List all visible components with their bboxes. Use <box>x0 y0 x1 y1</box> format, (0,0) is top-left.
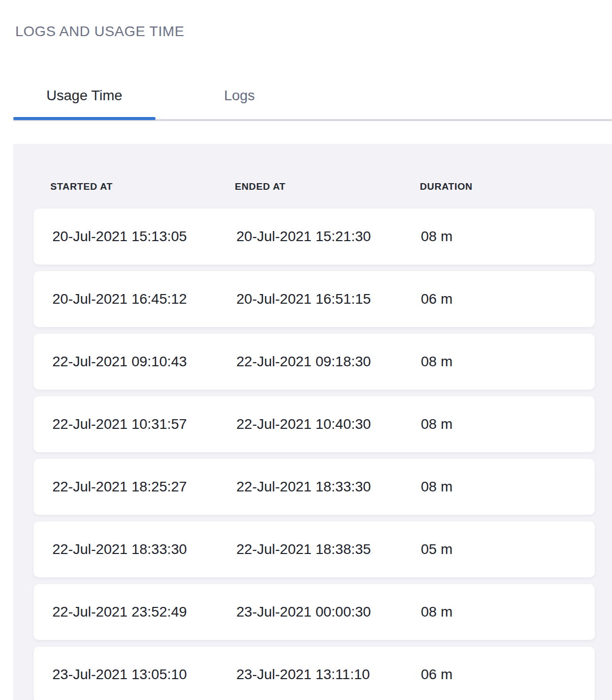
table-row: 22-Jul-2021 10:31:57 22-Jul-2021 10:40:3… <box>34 396 595 452</box>
column-header-started-at: STARTED AT <box>50 181 235 192</box>
row-started-at: 22-Jul-2021 10:31:57 <box>52 416 236 432</box>
column-header-ended-at: ENDED AT <box>235 181 420 192</box>
table-row: 20-Jul-2021 16:45:12 20-Jul-2021 16:51:1… <box>34 271 595 327</box>
row-duration: 08 m <box>421 354 595 370</box>
row-ended-at: 22-Jul-2021 10:40:30 <box>236 416 421 432</box>
table-row: 22-Jul-2021 18:33:30 22-Jul-2021 18:38:3… <box>34 521 595 577</box>
row-started-at: 22-Jul-2021 18:25:27 <box>52 479 236 495</box>
tab-usage-time[interactable]: Usage Time <box>13 84 156 107</box>
row-duration: 06 m <box>421 291 595 307</box>
row-duration: 05 m <box>421 541 595 558</box>
active-tab-indicator <box>13 117 156 120</box>
page-title: LOGS AND USAGE TIME <box>15 23 185 40</box>
tab-logs-label: Logs <box>224 88 255 103</box>
row-duration: 08 m <box>421 604 595 620</box>
row-ended-at: 23-Jul-2021 00:00:30 <box>236 604 421 620</box>
usage-time-list: 20-Jul-2021 15:13:05 20-Jul-2021 15:21:3… <box>34 209 595 700</box>
row-duration: 08 m <box>421 416 595 432</box>
table-row: 23-Jul-2021 13:05:10 23-Jul-2021 13:11:1… <box>34 647 595 700</box>
row-started-at: 22-Jul-2021 18:33:30 <box>52 541 236 558</box>
table-row: 20-Jul-2021 15:13:05 20-Jul-2021 15:21:3… <box>34 209 595 265</box>
row-ended-at: 20-Jul-2021 16:51:15 <box>236 291 421 307</box>
row-started-at: 20-Jul-2021 15:13:05 <box>52 228 236 245</box>
tab-bar: Usage Time Logs <box>0 81 612 121</box>
table-row: 22-Jul-2021 09:10:43 22-Jul-2021 09:18:3… <box>34 334 595 390</box>
row-ended-at: 22-Jul-2021 18:38:35 <box>236 541 421 558</box>
row-started-at: 23-Jul-2021 13:05:10 <box>52 666 236 683</box>
row-started-at: 22-Jul-2021 09:10:43 <box>52 354 236 370</box>
row-duration: 08 m <box>421 228 595 245</box>
row-duration: 08 m <box>421 479 595 495</box>
table-row: 22-Jul-2021 18:25:27 22-Jul-2021 18:33:3… <box>34 459 595 515</box>
tab-usage-time-label: Usage Time <box>46 88 122 103</box>
table-row: 22-Jul-2021 23:52:49 23-Jul-2021 00:00:3… <box>34 584 595 640</box>
row-ended-at: 20-Jul-2021 15:21:30 <box>236 228 421 245</box>
table-header-row: STARTED AT ENDED AT DURATION <box>13 181 612 192</box>
row-started-at: 22-Jul-2021 23:52:49 <box>52 604 236 620</box>
tab-logs[interactable]: Logs <box>156 84 323 107</box>
row-started-at: 20-Jul-2021 16:45:12 <box>52 291 236 307</box>
row-ended-at: 22-Jul-2021 09:18:30 <box>236 354 421 370</box>
usage-time-panel: STARTED AT ENDED AT DURATION 20-Jul-2021… <box>13 144 612 700</box>
row-ended-at: 23-Jul-2021 13:11:10 <box>236 666 421 683</box>
row-ended-at: 22-Jul-2021 18:33:30 <box>236 479 421 495</box>
column-header-duration: DURATION <box>420 181 612 192</box>
row-duration: 06 m <box>421 666 595 683</box>
